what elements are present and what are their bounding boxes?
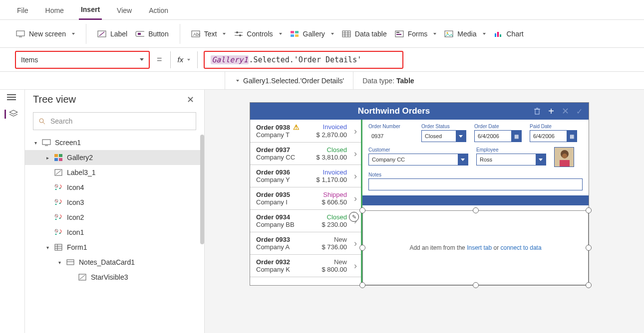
svg-rect-35 — [42, 140, 50, 145]
resize-handle[interactable] — [359, 245, 365, 251]
order-company: Company BB — [256, 221, 295, 228]
resize-handle[interactable] — [586, 245, 592, 251]
order-date-picker[interactable]: 6/4/2006▦ — [474, 130, 522, 142]
order-row[interactable]: Order 0938 ⚠InvoicedCompany T$ 2,870.00› — [250, 120, 361, 143]
field-label-employee: Employee — [476, 147, 546, 153]
hamburger-icon[interactable] — [7, 94, 18, 103]
chevron-down-icon — [72, 33, 75, 35]
tree-node-form1[interactable]: Form1 — [25, 240, 204, 255]
chevron-down-icon — [279, 33, 282, 35]
canvas[interactable]: Northwind Orders + ✕ ✓ Order 0938 ⚠Invoi… — [205, 90, 644, 333]
calendar-icon: ▦ — [567, 131, 577, 142]
tree-twisty[interactable] — [57, 260, 62, 265]
connect-data-link[interactable]: connect to data — [501, 244, 542, 251]
insert-label-button[interactable]: Label — [93, 27, 131, 41]
section-divider — [362, 195, 589, 205]
formula-input[interactable]: Gallery1.Selected.'Order Details' — [204, 51, 403, 69]
insert-controls-dropdown[interactable]: Controls — [230, 27, 286, 41]
insert-datatable-button[interactable]: Data table — [338, 27, 391, 41]
order-amount: $ 1,170.00 — [317, 176, 347, 183]
resize-handle[interactable] — [586, 282, 592, 288]
cancel-x-icon[interactable]: ✕ — [561, 107, 570, 116]
order-row[interactable]: Order 0932NewCompany K$ 800.00› — [250, 255, 361, 277]
insert-datatable-label: Data table — [355, 30, 387, 38]
button-icon — [135, 30, 144, 38]
tree-twisty[interactable] — [33, 140, 38, 146]
property-dropdown[interactable]: Items — [15, 51, 150, 69]
customer-dropdown[interactable]: Company CC — [368, 154, 468, 166]
order-name: Order 0937 — [256, 146, 290, 154]
tree-twisty[interactable] — [45, 155, 50, 161]
notes-input[interactable] — [368, 178, 583, 190]
order-status-dropdown[interactable]: Closed — [421, 130, 466, 142]
resize-handle[interactable] — [586, 207, 592, 213]
selected-form-region[interactable]: ✎ Add an item from the Insert tab or con… — [362, 210, 589, 285]
tree-node-icon1[interactable]: Icon1 — [25, 225, 204, 240]
menu-home[interactable]: Home — [43, 3, 66, 19]
tree-node-icon4[interactable]: Icon4 — [25, 180, 204, 195]
menu-insert[interactable]: Insert — [79, 2, 102, 20]
resize-handle[interactable] — [359, 282, 365, 288]
tree-node-label3_1[interactable]: Label3_1 — [25, 165, 204, 180]
trash-icon[interactable] — [533, 107, 542, 116]
tree-node-notes_datacard1[interactable]: Notes_DataCard1 — [25, 255, 204, 270]
insert-gallery-dropdown[interactable]: Gallery — [286, 27, 338, 41]
tree-node-gallery2[interactable]: Gallery2 — [25, 150, 204, 165]
order-row[interactable]: Order 0935ShippedCompany I$ 606.50› — [250, 187, 361, 210]
new-screen-button[interactable]: New screen — [12, 27, 79, 41]
chevron-right-icon: › — [354, 193, 357, 204]
svg-point-11 — [239, 34, 241, 36]
data-type-label: Data type: — [362, 77, 394, 85]
plus-icon[interactable]: + — [547, 107, 556, 116]
insert-media-dropdown[interactable]: Media — [440, 27, 489, 41]
tree-node-starvisible3[interactable]: StarVisible3 — [25, 270, 204, 285]
tree-node-icon3[interactable]: Icon3 — [25, 195, 204, 210]
tree-twisty[interactable] — [45, 245, 50, 250]
resize-handle[interactable] — [473, 282, 479, 288]
field-label-order-number: Order Number — [368, 124, 413, 129]
formula-token-gallery: Gallery1 — [211, 55, 249, 64]
order-gallery[interactable]: Order 0938 ⚠InvoicedCompany T$ 2,870.00›… — [250, 120, 362, 285]
svg-rect-28 — [500, 34, 501, 37]
datatable-icon — [342, 30, 351, 38]
insert-button-button[interactable]: Button — [131, 27, 172, 41]
resize-handle[interactable] — [359, 207, 365, 213]
svg-point-9 — [236, 31, 238, 33]
text-icon: Abc — [191, 30, 200, 38]
tree-node-icon2[interactable]: Icon2 — [25, 210, 204, 225]
new-screen-label: New screen — [29, 30, 66, 38]
controls-icon — [234, 30, 243, 38]
tree-node-screen1[interactable]: Screen1 — [25, 135, 204, 150]
tree-view-icon[interactable] — [4, 110, 15, 119]
menu-view[interactable]: View — [115, 3, 134, 19]
insert-button-text: Button — [148, 30, 168, 38]
insert-forms-dropdown[interactable]: Forms — [391, 27, 441, 41]
edit-pencil-icon[interactable]: ✎ — [349, 212, 359, 222]
employee-dropdown[interactable]: Ross — [476, 154, 546, 166]
order-row[interactable]: Order 0937ClosedCompany CC$ 3,810.00› — [250, 143, 361, 165]
formula-token-rest: .Selected.'Order Details' — [249, 55, 361, 64]
insert-chart-dropdown[interactable]: Chart — [490, 27, 528, 41]
tree-search-input[interactable]: Search — [33, 112, 196, 130]
insert-tab-link[interactable]: Insert tab — [467, 244, 492, 251]
order-company: Company A — [256, 243, 290, 251]
label-icon — [97, 30, 106, 38]
order-row[interactable]: Order 0934ClosedCompany BB$ 230.00› — [250, 210, 361, 232]
menu-file[interactable]: File — [15, 3, 30, 19]
svg-point-33 — [39, 119, 43, 123]
scrollbar-thumb[interactable] — [200, 135, 204, 244]
svg-line-48 — [55, 215, 57, 217]
close-icon[interactable]: ✕ — [187, 94, 194, 105]
svg-rect-5 — [138, 33, 141, 35]
order-amount: $ 736.00 — [322, 243, 347, 251]
paid-date-picker[interactable]: 6/4/2006▦ — [530, 130, 577, 142]
resize-handle[interactable] — [473, 207, 479, 213]
order-row[interactable]: Order 0933NewCompany A$ 736.00› — [250, 232, 361, 255]
check-icon[interactable]: ✓ — [575, 107, 584, 116]
menu-action[interactable]: Action — [147, 3, 170, 19]
fx-button[interactable]: fx — [177, 55, 192, 64]
insert-text-dropdown[interactable]: Abc Text — [187, 27, 230, 41]
formula-result-path[interactable]: Gallery1.Selected.'Order Details' — [225, 72, 353, 89]
order-row[interactable]: Order 0936InvoicedCompany Y$ 1,170.00› — [250, 165, 361, 187]
svg-rect-38 — [59, 154, 62, 157]
